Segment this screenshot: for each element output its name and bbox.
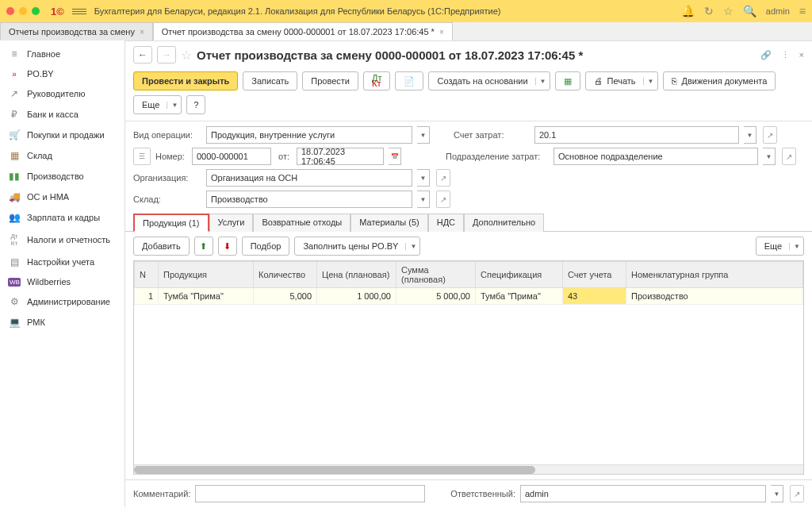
- save-button[interactable]: Записать: [243, 71, 297, 90]
- search-icon[interactable]: 🔍: [743, 5, 756, 17]
- post-and-close-button[interactable]: Провести и закрыть: [133, 71, 238, 90]
- cell-price[interactable]: 1 000,00: [317, 288, 396, 305]
- menu-icon[interactable]: [72, 9, 86, 14]
- sidebar-item-production[interactable]: ▮▮Производство: [0, 166, 124, 187]
- more-button[interactable]: Еще▼: [133, 95, 182, 114]
- barcode-icon[interactable]: ☰: [133, 148, 151, 165]
- move-up-button[interactable]: ⬆: [194, 237, 213, 256]
- maximize-window-btn[interactable]: [32, 7, 40, 15]
- pick-button[interactable]: Подбор: [242, 237, 290, 256]
- add-row-button[interactable]: Добавить: [133, 237, 190, 256]
- col-price[interactable]: Цена (плановая): [317, 262, 396, 288]
- h-scrollbar[interactable]: [134, 464, 803, 474]
- sidebar-item-payroll[interactable]: 👥Зарплата и кадры: [0, 207, 124, 228]
- tab-products[interactable]: Продукция (1): [133, 214, 209, 232]
- print-form-button[interactable]: 📄: [395, 71, 423, 90]
- col-n[interactable]: N: [135, 262, 159, 288]
- col-nomgroup[interactable]: Номенклатурная группа: [626, 262, 803, 288]
- window-controls[interactable]: [6, 7, 40, 15]
- op-type-label: Вид операции:: [133, 130, 201, 140]
- org-field[interactable]: Организация на ОСН: [206, 169, 412, 187]
- close-icon[interactable]: ×: [439, 28, 444, 37]
- cell-product[interactable]: Тумба "Прима": [159, 288, 254, 305]
- more-icon[interactable]: ⋮: [781, 50, 790, 60]
- dropdown-icon[interactable]: ▼: [763, 148, 776, 165]
- cell-n[interactable]: 1: [135, 288, 159, 305]
- open-ref-icon[interactable]: ↗: [436, 190, 450, 208]
- dropdown-icon[interactable]: ▼: [417, 190, 430, 208]
- table-more-button[interactable]: Еще▼: [756, 237, 804, 256]
- col-spec[interactable]: Спецификация: [476, 262, 563, 288]
- star-icon[interactable]: ☆: [723, 5, 733, 17]
- table-row[interactable]: 1 Тумба "Прима" 5,000 1 000,00 5 000,00 …: [135, 288, 803, 305]
- sidebar-item-admin[interactable]: ⚙Администрирование: [0, 291, 124, 312]
- cell-qty[interactable]: 5,000: [254, 288, 317, 305]
- subdiv-field[interactable]: Основное подразделение: [553, 148, 758, 165]
- open-ref-icon[interactable]: ↗: [782, 148, 796, 165]
- responsible-field[interactable]: admin: [520, 485, 766, 502]
- post-button[interactable]: Провести: [302, 71, 358, 90]
- col-product[interactable]: Продукция: [159, 262, 254, 288]
- forward-button[interactable]: →: [157, 46, 176, 64]
- sidebar-item-assets[interactable]: 🚚ОС и НМА: [0, 187, 124, 207]
- comment-field[interactable]: [195, 485, 425, 502]
- calendar-icon[interactable]: 📅: [389, 148, 401, 165]
- open-ref-icon[interactable]: ↗: [436, 169, 450, 187]
- tab-vat[interactable]: НДС: [428, 214, 464, 232]
- fill-prices-button[interactable]: Заполнить цены PO.BY▼: [294, 237, 420, 256]
- close-window-btn[interactable]: [6, 7, 14, 15]
- sidebar-item-settings[interactable]: ▤Настройки учета: [0, 252, 124, 272]
- settings-bars-icon[interactable]: ≡: [799, 5, 806, 17]
- close-icon[interactable]: ×: [140, 28, 144, 37]
- create-based-on-button[interactable]: Создать на основании▼: [428, 71, 550, 90]
- sidebar-item-main[interactable]: ≡Главное: [0, 44, 124, 64]
- tab-services[interactable]: Услуги: [209, 214, 254, 232]
- dropdown-icon[interactable]: ▼: [744, 126, 756, 144]
- history-icon[interactable]: ↻: [704, 5, 714, 17]
- sidebar-item-sales[interactable]: 🛒Покупки и продажи: [0, 125, 124, 145]
- dropdown-icon[interactable]: ▼: [417, 169, 430, 187]
- cell-acct[interactable]: 43: [563, 288, 626, 305]
- sidebar-item-rmk[interactable]: 💻РМК: [0, 312, 124, 333]
- cell-spec[interactable]: Тумба "Прима": [476, 288, 563, 305]
- move-down-button[interactable]: ⬇: [218, 237, 237, 256]
- dt-kt-button[interactable]: ДтКт: [363, 71, 391, 90]
- expense-acc-field[interactable]: 20.1: [534, 126, 739, 144]
- sidebar-item-poby[interactable]: »PO.BY: [0, 64, 124, 83]
- help-button[interactable]: ?: [186, 95, 205, 114]
- open-ref-icon[interactable]: ↗: [790, 485, 804, 502]
- close-panel-icon[interactable]: ×: [799, 50, 804, 60]
- excel-button[interactable]: ▦: [555, 71, 580, 90]
- bell-icon[interactable]: 🔔: [681, 5, 695, 17]
- sidebar-item-bank[interactable]: ₽Банк и касса: [0, 104, 124, 125]
- sidebar-item-wildberries[interactable]: WBWildberries: [0, 272, 124, 291]
- op-type-field[interactable]: Продукция, внутренние услуги: [206, 126, 412, 144]
- tab-additional[interactable]: Дополнительно: [464, 214, 544, 232]
- favorite-star-icon[interactable]: ☆: [181, 48, 192, 63]
- cell-sum[interactable]: 5 000,00: [396, 288, 476, 305]
- warehouse-field[interactable]: Производство: [206, 190, 412, 208]
- open-ref-icon[interactable]: ↗: [763, 126, 777, 144]
- sidebar-item-taxes[interactable]: ДтКтНалоги и отчетность: [0, 228, 124, 252]
- col-sum[interactable]: Сумма (плановая): [396, 262, 476, 288]
- products-table: N Продукция Количество Цена (плановая) С…: [133, 260, 804, 475]
- sidebar-item-manager[interactable]: ↗Руководителю: [0, 83, 124, 104]
- tab-materials[interactable]: Материалы (5): [350, 214, 427, 232]
- col-acct[interactable]: Счет учета: [563, 262, 626, 288]
- dropdown-icon[interactable]: ▼: [771, 485, 783, 502]
- minimize-window-btn[interactable]: [19, 7, 27, 15]
- col-qty[interactable]: Количество: [254, 262, 317, 288]
- sidebar-item-warehouse[interactable]: ▦Склад: [0, 145, 124, 166]
- tab-item-active[interactable]: Отчет производства за смену 0000-000001 …: [153, 22, 453, 40]
- print-button[interactable]: 🖨Печать▼: [585, 71, 658, 90]
- cell-nomgroup[interactable]: Производство: [626, 288, 803, 305]
- date-field[interactable]: 18.07.2023 17:06:45: [297, 148, 384, 165]
- tab-item[interactable]: Отчеты производства за смену ×: [0, 22, 153, 40]
- link-icon[interactable]: 🔗: [760, 50, 772, 60]
- number-field[interactable]: 0000-000001: [192, 148, 271, 165]
- movements-button[interactable]: ⎘Движения документа: [663, 71, 776, 90]
- tab-returns[interactable]: Возвратные отходы: [253, 214, 350, 232]
- dropdown-icon[interactable]: ▼: [417, 126, 430, 144]
- back-button[interactable]: ←: [133, 46, 152, 64]
- user-label[interactable]: admin: [766, 6, 790, 16]
